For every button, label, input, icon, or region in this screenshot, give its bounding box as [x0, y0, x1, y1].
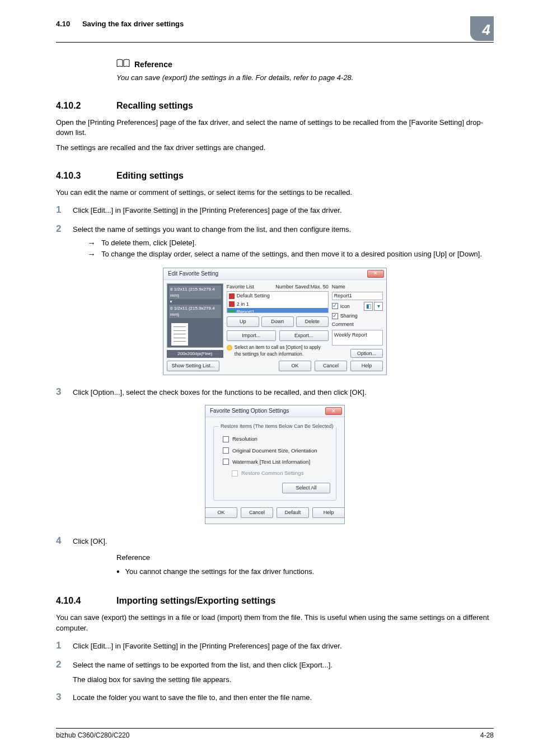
book-icon	[116, 58, 130, 72]
close-icon[interactable]: ✕	[367, 270, 384, 278]
substep-text: To delete them, click [Delete].	[101, 238, 196, 248]
help-button[interactable]: Help	[350, 361, 383, 371]
step-text: Locate the folder you want to save the f…	[73, 693, 494, 703]
comment-field[interactable]: Weekly Report	[332, 330, 383, 346]
chapter-badge: 4	[470, 16, 494, 41]
arrow-icon: →	[87, 238, 96, 248]
edit-favorite-dialog: Edit Favorite Setting ✕ 8 1/2x11 (215.9x…	[163, 268, 387, 375]
bulb-icon	[227, 345, 232, 351]
name-label: Name	[332, 283, 383, 291]
hint-text: Select an item to call as [Option] to ap…	[235, 344, 329, 358]
footer-right: 4-28	[480, 731, 494, 740]
step-number: 4	[56, 534, 73, 548]
step-number: 2	[56, 222, 73, 236]
step-text: Click [Option...], select the check boxe…	[73, 388, 494, 398]
substep-text: To change the display order, select a na…	[101, 249, 482, 259]
favorite-list-label: Favorite List	[227, 283, 254, 291]
favorite-list[interactable]: Default Setting 2 in 1 Report1	[227, 291, 329, 313]
reference-heading: Reference	[134, 59, 172, 71]
reference-bullet: You cannot change the settings for the f…	[116, 566, 494, 578]
header-section-title: Saving the fax driver settings	[82, 20, 184, 28]
option-button[interactable]: Option...	[350, 349, 383, 357]
delete-button[interactable]: Delete	[296, 316, 329, 327]
preview-pane: 8 1/2x11 (215.9x279.4 mm) ▼ 8 1/2x11 (21…	[167, 283, 223, 348]
help-button[interactable]: Help	[312, 507, 345, 518]
running-header: 4.10 Saving the fax driver settings	[56, 18, 184, 29]
option-settings-dialog: Favorite Setting Option Settings ✕ Resto…	[205, 405, 345, 524]
step-text: Click [Edit...] in [Favorite Setting] in…	[73, 206, 494, 216]
para: Open the [Printing Preferences] page of …	[56, 118, 494, 138]
preview-footer: 200x200dpi(Fine)	[167, 350, 223, 358]
up-button[interactable]: Up	[227, 316, 259, 327]
dialog-title: Edit Favorite Setting	[168, 270, 218, 278]
down-button[interactable]: Down	[261, 316, 294, 327]
step-text: The dialog box for saving the setting fi…	[73, 675, 494, 685]
para: The settings are recalled and the fax dr…	[56, 143, 494, 153]
para: You can edit the name or comment of sett…	[56, 188, 494, 198]
cancel-button[interactable]: Cancel	[241, 507, 273, 518]
step-text: Select the name of settings to be export…	[73, 660, 494, 670]
reference-block: Reference You can save (export) the sett…	[116, 58, 494, 83]
header-rule	[56, 42, 494, 43]
show-setting-list-button[interactable]: Show Setting List...	[167, 361, 219, 371]
page-footer: bizhub C360/C280/C220 4-28	[56, 728, 494, 740]
step-number: 3	[56, 385, 73, 399]
ok-button[interactable]: OK	[205, 507, 237, 518]
close-icon[interactable]: ✕	[325, 407, 342, 415]
heading-4-10-2: 4.10.2 Recalling settings	[56, 100, 494, 112]
dialog-title: Favorite Setting Option Settings	[210, 407, 289, 415]
cancel-button[interactable]: Cancel	[315, 361, 347, 371]
step-number: 1	[56, 639, 73, 652]
step-text: Select the name of settings you want to …	[73, 225, 351, 234]
default-button[interactable]: Default	[277, 507, 309, 518]
heading-4-10-3: 4.10.3 Editing settings	[56, 170, 494, 182]
icon-checkbox[interactable]	[332, 303, 338, 309]
heading-4-10-4: 4.10.4 Importing settings/Exporting sett…	[56, 595, 494, 607]
reference-label: Reference	[116, 553, 494, 563]
step-number: 1	[56, 203, 73, 217]
name-field[interactable]: Report1	[332, 292, 383, 300]
icon-preview: ◧	[364, 302, 373, 311]
watermark-checkbox[interactable]	[223, 459, 229, 465]
step-number: 2	[56, 658, 73, 671]
original-size-checkbox[interactable]	[223, 447, 229, 454]
sharing-checkbox[interactable]	[332, 313, 338, 319]
comment-label: Comment	[332, 321, 383, 328]
import-button[interactable]: Import...	[227, 330, 276, 341]
group-legend: Restore Items (The Items Below Can Be Se…	[218, 423, 336, 430]
header-section-number: 4.10	[56, 20, 70, 28]
icon-dropdown[interactable]: ▾	[374, 302, 383, 311]
reference-body: You can save (export) the settings in a …	[116, 73, 494, 83]
step-text: Click [OK].	[73, 536, 494, 547]
favorite-list-count: Number Saved:Max. 50	[275, 283, 329, 291]
arrow-icon: →	[87, 249, 96, 259]
step-number: 3	[56, 690, 73, 704]
select-all-button[interactable]: Select All	[282, 483, 330, 493]
resolution-checkbox[interactable]	[223, 436, 229, 442]
restore-common-checkbox	[232, 470, 238, 477]
ok-button[interactable]: OK	[279, 361, 311, 371]
footer-left: bizhub C360/C280/C220	[56, 731, 129, 740]
para: You can save (export) the settings in a …	[56, 613, 494, 633]
step-text: Click [Edit...] in [Favorite Setting] in…	[73, 641, 494, 651]
export-button[interactable]: Export...	[279, 330, 329, 341]
